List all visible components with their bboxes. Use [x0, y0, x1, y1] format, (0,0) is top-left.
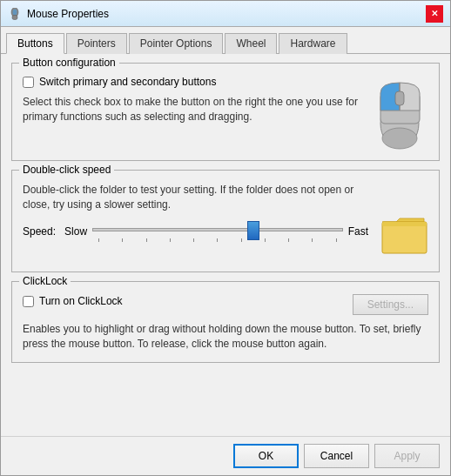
- svg-rect-6: [395, 91, 404, 105]
- clicklock-group: ClickLock Turn on ClickLock Settings... …: [11, 281, 440, 363]
- speed-label: Speed:: [23, 225, 56, 238]
- tick: [122, 238, 123, 242]
- tab-hardware[interactable]: Hardware: [279, 33, 347, 54]
- tab-buttons[interactable]: Buttons: [6, 33, 64, 54]
- tab-pointers[interactable]: Pointers: [66, 33, 127, 54]
- clicklock-title: ClickLock: [19, 275, 71, 287]
- tab-wheel[interactable]: Wheel: [225, 33, 277, 54]
- ok-button[interactable]: OK: [233, 444, 299, 468]
- close-button[interactable]: ✕: [426, 5, 443, 23]
- tick: [336, 238, 337, 242]
- tick: [312, 238, 313, 242]
- tick: [241, 238, 242, 242]
- window-icon: [8, 7, 22, 21]
- button-config-layout: Switch primary and secondary buttons Sel…: [23, 76, 428, 150]
- dblclick-text-area: Double-click the folder to test your set…: [23, 183, 368, 242]
- button-config-title: Button configuration: [19, 57, 119, 69]
- svg-rect-8: [382, 222, 427, 253]
- tick: [98, 238, 99, 242]
- button-config-text-area: Switch primary and secondary buttons Sel…: [23, 76, 363, 124]
- tick: [265, 238, 266, 242]
- button-config-content: Switch primary and secondary buttons Sel…: [23, 76, 428, 150]
- svg-rect-9: [382, 222, 427, 226]
- clicklock-settings-button[interactable]: Settings...: [353, 294, 428, 315]
- clicklock-inner: Turn on ClickLock Settings...: [23, 294, 428, 315]
- clicklock-content: Turn on ClickLock Settings... Enables yo…: [23, 294, 428, 352]
- folder-graphic[interactable]: [380, 209, 428, 261]
- svg-rect-2: [12, 15, 17, 19]
- clicklock-checkbox-row: Turn on ClickLock: [23, 295, 353, 307]
- speed-slider-container: [92, 221, 343, 242]
- apply-button[interactable]: Apply: [374, 444, 440, 468]
- tick: [170, 238, 171, 242]
- double-click-title: Double-click speed: [19, 164, 114, 176]
- slider-ticks: [92, 238, 343, 242]
- tick: [193, 238, 194, 242]
- double-click-group: Double-click speed Double-click the fold…: [11, 170, 440, 272]
- switch-buttons-checkbox[interactable]: [23, 77, 34, 88]
- clicklock-description: Enables you to highlight or drag without…: [23, 322, 428, 352]
- double-click-content: Double-click the folder to test your set…: [23, 183, 428, 261]
- mouse-properties-window: Mouse Properties ✕ Buttons Pointers Poin…: [0, 0, 451, 476]
- tabs-bar: Buttons Pointers Pointer Options Wheel H…: [1, 27, 450, 54]
- button-config-description: Select this check box to make the button…: [23, 95, 363, 124]
- slow-label: Slow: [64, 225, 87, 238]
- dblclick-description: Double-click the folder to test your set…: [23, 183, 368, 212]
- clicklock-left: Turn on ClickLock: [23, 295, 353, 314]
- fast-label: Fast: [348, 225, 368, 238]
- primary-secondary-row: Switch primary and secondary buttons: [23, 76, 363, 88]
- svg-point-1: [13, 9, 17, 15]
- title-bar: Mouse Properties ✕: [1, 1, 450, 27]
- window-title: Mouse Properties: [27, 8, 426, 20]
- svg-point-7: [382, 128, 417, 149]
- switch-buttons-label: Switch primary and secondary buttons: [39, 76, 216, 88]
- clicklock-label: Turn on ClickLock: [39, 295, 123, 307]
- speed-row: Speed: Slow: [23, 221, 368, 242]
- tab-pointer-options[interactable]: Pointer Options: [129, 33, 224, 54]
- clicklock-checkbox[interactable]: [23, 296, 34, 307]
- footer: OK Cancel Apply: [1, 436, 450, 475]
- tick: [146, 238, 147, 242]
- dblclick-layout: Double-click the folder to test your set…: [23, 183, 428, 261]
- tick: [217, 238, 218, 242]
- mouse-graphic: [372, 76, 428, 150]
- tab-content: Button configuration Switch primary and …: [1, 54, 450, 436]
- cancel-button[interactable]: Cancel: [304, 444, 369, 468]
- speed-slider[interactable]: [92, 221, 343, 238]
- tick: [288, 238, 289, 242]
- button-config-group: Button configuration Switch primary and …: [11, 63, 440, 161]
